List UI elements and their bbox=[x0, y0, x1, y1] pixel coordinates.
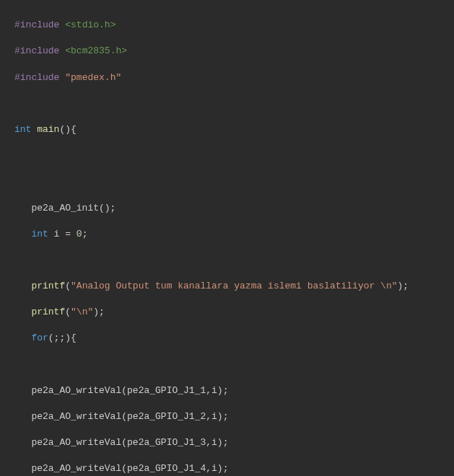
code-line bbox=[0, 97, 454, 110]
var-decl: i = bbox=[48, 229, 77, 239]
paren: ( bbox=[65, 281, 71, 291]
type-keyword: int bbox=[14, 124, 31, 135]
keyword: for bbox=[31, 332, 48, 343]
params: (){ bbox=[59, 124, 76, 135]
code-line: pe2a_AO_writeVal(pe2a_GPIO_J1_3,i); bbox=[0, 436, 454, 449]
indent bbox=[14, 463, 31, 474]
function-name: printf bbox=[31, 281, 65, 291]
function-call: pe2a_AO_init(); bbox=[31, 203, 115, 213]
indent bbox=[14, 203, 31, 213]
indent bbox=[14, 411, 31, 422]
function-call: pe2a_AO_writeVal(pe2a_GPIO_J1_2,i); bbox=[31, 411, 228, 422]
code-line: int main(){ bbox=[0, 123, 454, 136]
code-line: printf("\n"); bbox=[0, 306, 454, 319]
code-line bbox=[0, 254, 454, 267]
code-line: pe2a_AO_init(); bbox=[0, 202, 454, 215]
for-cond: (;;){ bbox=[48, 332, 77, 343]
code-line bbox=[0, 358, 454, 371]
function-call: pe2a_AO_writeVal(pe2a_GPIO_J1_3,i); bbox=[31, 437, 228, 448]
code-line: pe2a_AO_writeVal(pe2a_GPIO_J1_2,i); bbox=[0, 410, 454, 423]
indent bbox=[14, 281, 31, 291]
string-literal: "\n" bbox=[71, 307, 93, 317]
function-name: printf bbox=[31, 307, 65, 317]
include-path: <stdio.h> bbox=[65, 19, 115, 30]
indent bbox=[14, 332, 31, 343]
code-line: pe2a_AO_writeVal(pe2a_GPIO_J1_1,i); bbox=[0, 384, 454, 397]
indent bbox=[14, 229, 31, 239]
semicolon: ; bbox=[82, 229, 88, 239]
number-literal: 0 bbox=[77, 229, 82, 239]
indent bbox=[14, 437, 31, 448]
code-line: for(;;){ bbox=[0, 332, 454, 345]
preprocessor-directive: #include bbox=[14, 19, 59, 30]
function-call: pe2a_AO_writeVal(pe2a_GPIO_J1_1,i); bbox=[31, 385, 228, 396]
code-line bbox=[0, 149, 454, 162]
paren: ); bbox=[398, 281, 409, 291]
paren: ); bbox=[93, 307, 105, 317]
include-path: "pmedex.h" bbox=[65, 72, 121, 83]
include-path: <bcm2835.h> bbox=[65, 45, 127, 56]
preprocessor-directive: #include bbox=[14, 72, 59, 83]
indent bbox=[14, 385, 31, 396]
type-keyword: int bbox=[31, 229, 48, 239]
code-line: int i = 0; bbox=[0, 228, 454, 241]
code-line: printf("Analog Output tum kanallara yazm… bbox=[0, 280, 454, 293]
preprocessor-directive: #include bbox=[14, 45, 59, 56]
code-block: #include <stdio.h> #include <bcm2835.h> … bbox=[0, 6, 454, 476]
function-call: pe2a_AO_writeVal(pe2a_GPIO_J1_4,i); bbox=[31, 463, 228, 474]
code-line bbox=[0, 175, 454, 188]
code-line: #include <stdio.h> bbox=[0, 19, 454, 32]
code-line: pe2a_AO_writeVal(pe2a_GPIO_J1_4,i); bbox=[0, 462, 454, 475]
function-name: main bbox=[37, 124, 59, 135]
paren: ( bbox=[65, 307, 71, 317]
code-line: #include <bcm2835.h> bbox=[0, 45, 454, 58]
indent bbox=[14, 307, 31, 317]
string-literal: "Analog Output tum kanallara yazma islem… bbox=[71, 281, 397, 291]
code-line: #include "pmedex.h" bbox=[0, 71, 454, 84]
